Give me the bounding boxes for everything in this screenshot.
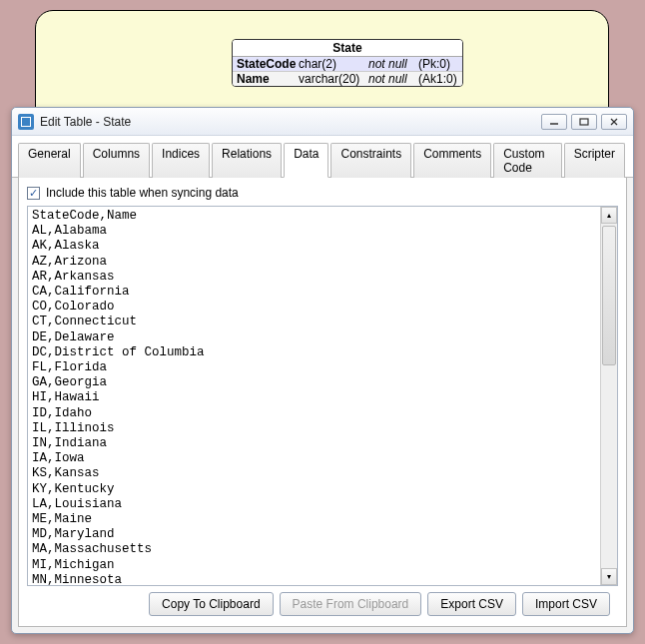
tab-relations[interactable]: Relations — [212, 143, 282, 178]
scroll-thumb[interactable] — [602, 226, 616, 365]
copy-to-clipboard-button[interactable]: Copy To Clipboard — [149, 592, 274, 616]
import-csv-button[interactable]: Import CSV — [522, 592, 610, 616]
tab-comments[interactable]: Comments — [413, 143, 491, 178]
schema-col-name: StateCode — [237, 57, 299, 71]
tab-custom-code[interactable]: Custom Code — [493, 143, 561, 178]
tab-indices[interactable]: Indices — [152, 143, 210, 178]
tab-general[interactable]: General — [18, 143, 81, 178]
edit-table-dialog: Edit Table - State GeneralColumnsIndices… — [11, 107, 634, 634]
maximize-button[interactable] — [571, 114, 597, 130]
tab-strip: GeneralColumnsIndicesRelationsDataConstr… — [12, 136, 633, 178]
minimize-button[interactable] — [541, 114, 567, 130]
schema-column-row[interactable]: Name varchar(20) not null (Ak1:0) — [233, 72, 462, 86]
vertical-scrollbar[interactable]: ▴ ▾ — [600, 207, 617, 585]
schema-col-key: (Pk:0) — [418, 57, 458, 71]
tab-data[interactable]: Data — [284, 143, 328, 178]
schema-col-nullability: not null — [368, 57, 418, 71]
action-button-row: Copy To Clipboard Paste From Clipboard E… — [27, 586, 618, 618]
schema-card-title: State — [233, 40, 462, 57]
window-title: Edit Table - State — [40, 115, 537, 129]
scroll-up-button[interactable]: ▴ — [601, 207, 617, 224]
schema-column-row[interactable]: StateCode char(2) not null (Pk:0) — [233, 57, 462, 72]
tab-constraints[interactable]: Constraints — [330, 143, 411, 178]
svg-rect-1 — [580, 119, 588, 125]
close-button[interactable] — [601, 114, 627, 130]
csv-editor-wrap: StateCode,Name AL,Alabama AK,Alaska AZ,A… — [27, 206, 618, 586]
include-sync-checkbox-row[interactable]: Include this table when syncing data — [27, 186, 618, 200]
csv-editor[interactable]: StateCode,Name AL,Alabama AK,Alaska AZ,A… — [28, 207, 600, 585]
export-csv-button[interactable]: Export CSV — [427, 592, 516, 616]
scroll-down-button[interactable]: ▾ — [601, 568, 617, 585]
include-sync-checkbox[interactable] — [27, 187, 40, 200]
include-sync-label: Include this table when syncing data — [46, 186, 239, 200]
paste-from-clipboard-button[interactable]: Paste From Clipboard — [280, 592, 422, 616]
scroll-track[interactable] — [601, 224, 617, 568]
schema-col-key: (Ak1:0) — [418, 72, 458, 86]
titlebar[interactable]: Edit Table - State — [12, 108, 633, 136]
tab-scripter[interactable]: Scripter — [564, 143, 625, 178]
schema-col-name: Name — [237, 72, 299, 86]
schema-col-type: varchar(20) — [299, 72, 368, 86]
app-icon — [18, 114, 34, 130]
tab-columns[interactable]: Columns — [83, 143, 150, 178]
table-schema-card[interactable]: State StateCode char(2) not null (Pk:0) … — [232, 39, 463, 87]
schema-col-type: char(2) — [299, 57, 368, 71]
data-panel: Include this table when syncing data Sta… — [18, 178, 627, 627]
schema-col-nullability: not null — [368, 72, 418, 86]
